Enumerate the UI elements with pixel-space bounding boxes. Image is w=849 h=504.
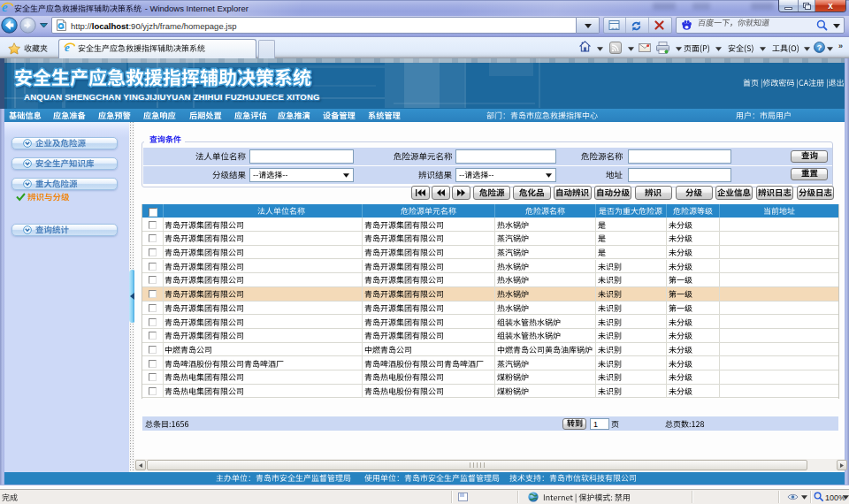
svg-text:?: ? — [817, 42, 822, 52]
